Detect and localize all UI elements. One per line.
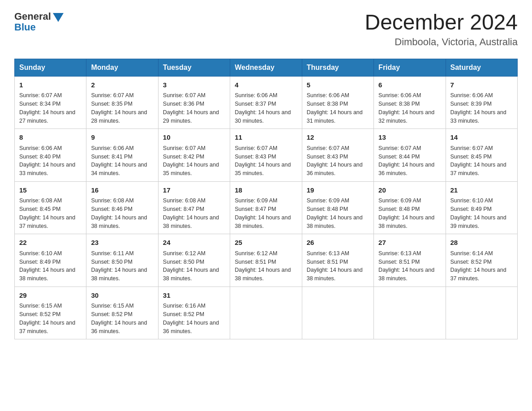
sunset-text: Sunset: 8:52 PM: [91, 311, 132, 317]
daylight-text: Daylight: 14 hours and 39 minutes.: [450, 214, 506, 229]
sunrise-text: Sunrise: 6:07 AM: [450, 145, 493, 151]
calendar-cell: 20Sunrise: 6:09 AMSunset: 8:48 PMDayligh…: [374, 181, 446, 234]
calendar-cell: 19Sunrise: 6:09 AMSunset: 8:48 PMDayligh…: [302, 181, 373, 234]
daylight-text: Daylight: 14 hours and 38 minutes.: [163, 214, 219, 229]
daylight-text: Daylight: 14 hours and 38 minutes.: [235, 214, 291, 229]
page-header: General Blue December 2024 Dimboola, Vic…: [14, 11, 518, 48]
day-number: 23: [91, 238, 153, 248]
calendar-cell: 8Sunrise: 6:06 AMSunset: 8:40 PMDaylight…: [15, 129, 86, 182]
calendar-cell: 10Sunrise: 6:07 AMSunset: 8:42 PMDayligh…: [158, 129, 230, 182]
calendar-header-wednesday: Wednesday: [230, 59, 302, 76]
logo-blue-text: Blue: [14, 21, 36, 33]
calendar-cell: 9Sunrise: 6:06 AMSunset: 8:41 PMDaylight…: [86, 129, 158, 182]
calendar-cell: 26Sunrise: 6:13 AMSunset: 8:51 PMDayligh…: [302, 234, 373, 287]
sunrise-text: Sunrise: 6:13 AM: [378, 250, 421, 257]
daylight-text: Daylight: 14 hours and 38 minutes.: [378, 267, 434, 282]
sunrise-text: Sunrise: 6:06 AM: [235, 92, 277, 98]
daylight-text: Daylight: 14 hours and 35 minutes.: [235, 162, 291, 176]
day-number: 4: [235, 80, 297, 90]
sunset-text: Sunset: 8:52 PM: [450, 259, 492, 265]
calendar-cell: 6Sunrise: 6:06 AMSunset: 8:38 PMDaylight…: [374, 76, 446, 129]
day-number: 2: [91, 80, 153, 90]
sunset-text: Sunset: 8:44 PM: [378, 154, 420, 160]
calendar-table: SundayMondayTuesdayWednesdayThursdayFrid…: [14, 59, 518, 340]
calendar-cell: 24Sunrise: 6:12 AMSunset: 8:50 PMDayligh…: [158, 234, 230, 287]
day-number: 3: [163, 80, 225, 90]
day-number: 30: [91, 291, 153, 301]
daylight-text: Daylight: 14 hours and 38 minutes.: [378, 214, 434, 229]
daylight-text: Daylight: 14 hours and 36 minutes.: [378, 162, 434, 176]
calendar-week-4: 22Sunrise: 6:10 AMSunset: 8:49 PMDayligh…: [15, 234, 518, 287]
sunset-text: Sunset: 8:43 PM: [235, 154, 276, 160]
calendar-cell: 2Sunrise: 6:07 AMSunset: 8:35 PMDaylight…: [86, 76, 158, 129]
sunrise-text: Sunrise: 6:09 AM: [307, 197, 349, 204]
day-number: 13: [378, 133, 441, 143]
logo-top: General: [14, 11, 64, 22]
calendar-cell: 29Sunrise: 6:15 AMSunset: 8:52 PMDayligh…: [15, 287, 86, 339]
sunrise-text: Sunrise: 6:16 AM: [163, 303, 206, 309]
sunset-text: Sunset: 8:49 PM: [450, 206, 492, 212]
title-section: December 2024 Dimboola, Victoria, Austra…: [365, 11, 518, 48]
sunrise-text: Sunrise: 6:08 AM: [163, 197, 206, 204]
sunset-text: Sunset: 8:51 PM: [307, 259, 348, 265]
calendar-week-5: 29Sunrise: 6:15 AMSunset: 8:52 PMDayligh…: [15, 287, 518, 339]
sunrise-text: Sunrise: 6:15 AM: [91, 303, 133, 309]
day-number: 11: [235, 133, 297, 143]
day-number: 19: [307, 185, 369, 196]
sunrise-text: Sunrise: 6:07 AM: [91, 92, 133, 98]
calendar-cell: 31Sunrise: 6:16 AMSunset: 8:52 PMDayligh…: [158, 287, 230, 339]
calendar-cell: 13Sunrise: 6:07 AMSunset: 8:44 PMDayligh…: [374, 129, 446, 182]
sunrise-text: Sunrise: 6:15 AM: [19, 303, 62, 309]
daylight-text: Daylight: 14 hours and 33 minutes.: [450, 109, 506, 124]
sunrise-text: Sunrise: 6:06 AM: [378, 92, 421, 98]
sunrise-text: Sunrise: 6:13 AM: [307, 250, 349, 257]
sunset-text: Sunset: 8:40 PM: [19, 154, 60, 160]
calendar-cell: 3Sunrise: 6:07 AMSunset: 8:36 PMDaylight…: [158, 76, 230, 129]
logo-triangle-icon: [53, 13, 64, 22]
daylight-text: Daylight: 14 hours and 38 minutes.: [307, 267, 363, 282]
sunset-text: Sunset: 8:48 PM: [378, 206, 420, 212]
day-number: 14: [450, 133, 513, 143]
sunrise-text: Sunrise: 6:11 AM: [91, 250, 133, 257]
calendar-header-saturday: Saturday: [446, 59, 517, 76]
sunset-text: Sunset: 8:36 PM: [163, 101, 204, 107]
daylight-text: Daylight: 14 hours and 38 minutes.: [91, 214, 147, 229]
calendar-cell: [374, 287, 446, 339]
sunrise-text: Sunrise: 6:06 AM: [91, 145, 133, 151]
daylight-text: Daylight: 14 hours and 32 minutes.: [378, 109, 434, 124]
sunrise-text: Sunrise: 6:07 AM: [307, 145, 349, 151]
calendar-cell: 14Sunrise: 6:07 AMSunset: 8:45 PMDayligh…: [446, 129, 517, 182]
day-number: 25: [235, 238, 297, 248]
calendar-cell: 7Sunrise: 6:06 AMSunset: 8:39 PMDaylight…: [446, 76, 517, 129]
calendar-week-3: 15Sunrise: 6:08 AMSunset: 8:45 PMDayligh…: [15, 181, 518, 234]
sunrise-text: Sunrise: 6:06 AM: [450, 92, 493, 98]
sunset-text: Sunset: 8:45 PM: [19, 206, 60, 212]
daylight-text: Daylight: 14 hours and 37 minutes.: [450, 267, 506, 282]
day-number: 16: [91, 185, 153, 196]
daylight-text: Daylight: 14 hours and 31 minutes.: [307, 109, 363, 124]
sunset-text: Sunset: 8:50 PM: [91, 259, 132, 265]
calendar-cell: 30Sunrise: 6:15 AMSunset: 8:52 PMDayligh…: [86, 287, 158, 339]
sunset-text: Sunset: 8:38 PM: [378, 101, 420, 107]
sunrise-text: Sunrise: 6:10 AM: [19, 250, 62, 257]
calendar-cell: 4Sunrise: 6:06 AMSunset: 8:37 PMDaylight…: [230, 76, 302, 129]
daylight-text: Daylight: 14 hours and 36 minutes.: [91, 320, 147, 334]
calendar-cell: 22Sunrise: 6:10 AMSunset: 8:49 PMDayligh…: [15, 234, 86, 287]
calendar-week-2: 8Sunrise: 6:06 AMSunset: 8:40 PMDaylight…: [15, 129, 518, 182]
day-number: 22: [19, 238, 82, 248]
day-number: 20: [378, 185, 441, 196]
calendar-cell: 17Sunrise: 6:08 AMSunset: 8:47 PMDayligh…: [158, 181, 230, 234]
sunset-text: Sunset: 8:38 PM: [307, 101, 348, 107]
daylight-text: Daylight: 14 hours and 27 minutes.: [19, 109, 75, 124]
daylight-text: Daylight: 14 hours and 36 minutes.: [163, 320, 219, 334]
calendar-header-row: SundayMondayTuesdayWednesdayThursdayFrid…: [15, 59, 518, 76]
day-number: 29: [19, 291, 82, 301]
logo-general-text: General: [14, 11, 51, 22]
day-number: 31: [163, 291, 225, 301]
daylight-text: Daylight: 14 hours and 37 minutes.: [19, 214, 75, 229]
calendar-cell: 16Sunrise: 6:08 AMSunset: 8:46 PMDayligh…: [86, 181, 158, 234]
month-title: December 2024: [365, 11, 518, 34]
calendar-cell: 25Sunrise: 6:12 AMSunset: 8:51 PMDayligh…: [230, 234, 302, 287]
daylight-text: Daylight: 14 hours and 38 minutes.: [235, 267, 291, 282]
daylight-text: Daylight: 14 hours and 29 minutes.: [163, 109, 219, 124]
